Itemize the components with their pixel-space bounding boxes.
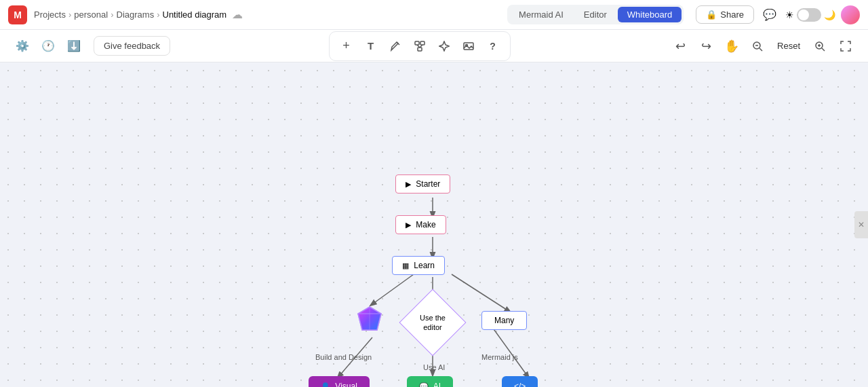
breadcrumb-projects[interactable]: Projects bbox=[34, 10, 66, 20]
tab-mermaid-ai[interactable]: Mermaid AI bbox=[509, 7, 573, 22]
svg-rect-2 bbox=[418, 48, 422, 51]
label-mermaid-js: Mermaid js bbox=[481, 353, 518, 361]
cloud-save-icon: ☁ bbox=[232, 8, 243, 21]
main-toolbar: ⚙️ 🕐 ⬇️ Give feedback + T bbox=[0, 30, 868, 62]
help-button[interactable]: ? bbox=[481, 35, 505, 58]
svg-line-13 bbox=[822, 48, 825, 51]
history-button[interactable]: 🕐 bbox=[37, 35, 60, 58]
drawing-tools: + T bbox=[329, 31, 511, 61]
tab-whiteboard[interactable]: Whiteboard bbox=[618, 7, 682, 22]
label-use-ai: Use AI bbox=[423, 363, 445, 371]
node-code-box: </> bbox=[502, 376, 538, 387]
breadcrumb-diagrams[interactable]: Diagrams bbox=[117, 10, 155, 20]
tab-editor[interactable]: Editor bbox=[574, 7, 616, 22]
starter-icon: ▶ bbox=[406, 180, 411, 188]
feedback-button[interactable]: Give feedback bbox=[94, 36, 170, 56]
svg-rect-1 bbox=[420, 41, 425, 45]
node-many-box: Many bbox=[481, 311, 527, 330]
reset-zoom-button[interactable]: Reset bbox=[772, 35, 806, 58]
node-gem[interactable] bbox=[355, 306, 384, 337]
zoom-in-button[interactable] bbox=[808, 35, 831, 58]
gem-svg bbox=[355, 306, 384, 331]
svg-line-9 bbox=[760, 48, 762, 51]
user-avatar[interactable] bbox=[841, 5, 860, 24]
zoom-out-button[interactable] bbox=[746, 35, 769, 58]
breadcrumb-personal[interactable]: personal bbox=[74, 10, 108, 20]
collapse-icon: ✕ bbox=[858, 220, 865, 229]
add-shape-button[interactable]: + bbox=[335, 35, 358, 58]
svg-rect-0 bbox=[415, 41, 419, 45]
moon-icon: 🌙 bbox=[824, 10, 835, 20]
app-logo[interactable]: M bbox=[8, 5, 27, 24]
theme-toggle-wrap: ☀ 🌙 bbox=[785, 8, 835, 22]
node-ai[interactable]: 💬 AI bbox=[407, 376, 453, 387]
pan-tool-button[interactable]: ✋ bbox=[720, 35, 743, 58]
lock-icon: 🔒 bbox=[706, 10, 717, 20]
node-code[interactable]: </> bbox=[502, 376, 538, 387]
node-visual[interactable]: 👤 Visual bbox=[309, 376, 370, 387]
share-button[interactable]: 🔒 Share bbox=[696, 5, 754, 24]
label-build-design: Build and Design bbox=[315, 353, 372, 361]
node-starter[interactable]: ▶ Starter bbox=[395, 174, 450, 194]
node-diamond-label: Use theeditor bbox=[420, 313, 446, 333]
nav-right-actions: 🔒 Share 💬 ☀ 🌙 bbox=[696, 5, 860, 25]
learn-icon: ▦ bbox=[402, 261, 409, 270]
pen-tool-button[interactable] bbox=[384, 35, 407, 58]
svg-line-18 bbox=[452, 274, 509, 311]
breadcrumb: Projects › personal › Diagrams › Untitle… bbox=[34, 8, 243, 21]
sun-icon: ☀ bbox=[785, 10, 794, 20]
connections-tool-button[interactable] bbox=[408, 35, 431, 58]
settings-button[interactable]: ⚙️ bbox=[11, 35, 34, 58]
fullscreen-button[interactable] bbox=[834, 35, 857, 58]
smart-draw-button[interactable] bbox=[433, 35, 456, 58]
zoom-tools: ↩ ↪ ✋ Reset bbox=[669, 35, 857, 58]
view-tabs: Mermaid AI Editor Whiteboard bbox=[507, 5, 684, 24]
svg-line-21 bbox=[492, 327, 528, 376]
collapse-panel-button[interactable]: ✕ bbox=[854, 211, 868, 238]
whiteboard-canvas[interactable]: ▶ Starter ▶ Make ▦ Learn bbox=[0, 62, 868, 387]
comment-button[interactable]: 💬 bbox=[760, 5, 780, 25]
text-tool-button[interactable]: T bbox=[359, 35, 382, 58]
node-many[interactable]: Many bbox=[481, 311, 527, 330]
image-tool-button[interactable] bbox=[457, 35, 480, 58]
theme-toggle[interactable] bbox=[797, 8, 821, 22]
redo-button[interactable]: ↪ bbox=[694, 35, 717, 58]
node-visual-box: 👤 Visual bbox=[309, 376, 370, 387]
navbar: M Projects › personal › Diagrams › Untit… bbox=[0, 0, 868, 30]
make-icon: ▶ bbox=[406, 221, 411, 229]
node-make[interactable]: ▶ Make bbox=[395, 215, 446, 234]
undo-button[interactable]: ↩ bbox=[669, 35, 692, 58]
node-ai-box: 💬 AI bbox=[407, 376, 453, 387]
breadcrumb-current: Untitled diagram bbox=[163, 10, 227, 20]
node-diamond-container[interactable]: Use theeditor bbox=[407, 297, 458, 348]
node-learn[interactable]: ▦ Learn bbox=[392, 256, 445, 275]
download-button[interactable]: ⬇️ bbox=[62, 35, 85, 58]
